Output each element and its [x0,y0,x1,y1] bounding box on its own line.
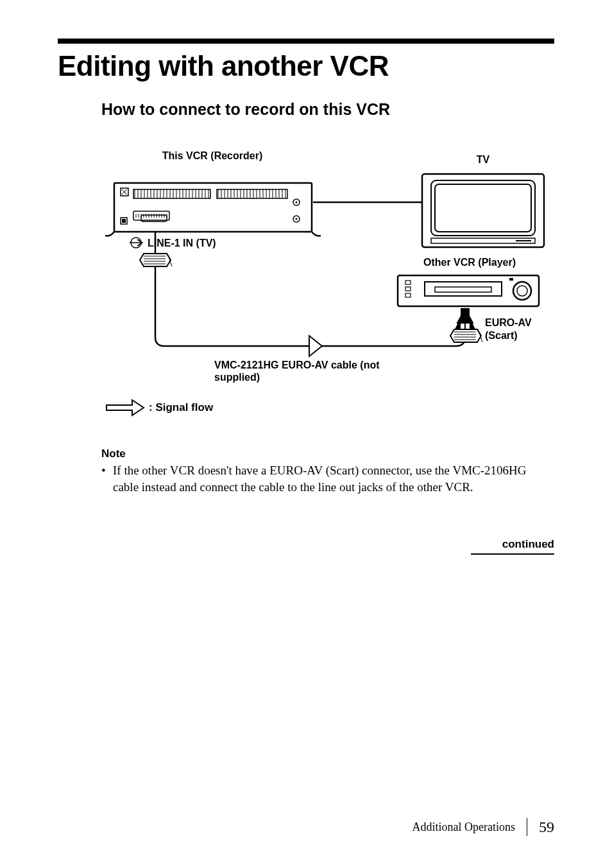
signal-flow-label: : Signal flow [149,401,213,414]
euro-av-label-2: (Scart) [485,329,518,342]
other-vcr-label: Other VCR (Player) [405,256,534,268]
footer-separator [527,818,527,836]
svg-rect-17 [398,275,539,306]
page-title: Editing with another VCR [58,50,389,82]
cable-label: VMC-2121HG EURO-AV cable (not supplied) [214,359,387,383]
signal-flow-legend-icon [106,400,144,415]
note-body: •If the other VCR doesn't have a EURO-AV… [101,462,541,495]
connection-diagram: This VCR (Recorder) TV Other VCR (Player… [101,138,553,446]
note-text: If the other VCR doesn't have a EURO-AV … [113,462,539,495]
manual-page: Editing with another VCR How to connect … [0,0,612,868]
euro-av-label-1: EURO-AV [485,317,532,329]
note-heading: Note [101,447,126,460]
line1-in-label: LINE-1 IN (TV) [148,237,216,249]
line-in-icon [130,238,142,248]
this-vcr-label: This VCR (Recorder) [145,150,280,162]
page-footer: Additional Operations 59 [412,818,554,836]
svg-rect-9 [122,219,126,223]
scart-plug-top-icon [140,254,172,266]
footer-section: Additional Operations [412,820,515,834]
scart-plug-bottom-icon [450,329,482,342]
tv-label: TV [448,153,518,166]
svg-point-7 [296,218,298,220]
this-vcr-icon [105,183,321,236]
continued-label: continued [502,538,554,551]
svg-rect-15 [435,184,531,232]
footer-page-number: 59 [539,819,554,836]
section-title: How to connect to record on this VCR [101,100,390,119]
svg-point-5 [296,202,298,204]
tv-icon [422,174,544,247]
diagram-svg [101,138,553,446]
bullet-icon: • [101,462,113,479]
other-vcr-icon [398,275,539,306]
top-rule [58,39,554,44]
continued-rule [471,553,554,555]
svg-rect-25 [509,278,513,281]
